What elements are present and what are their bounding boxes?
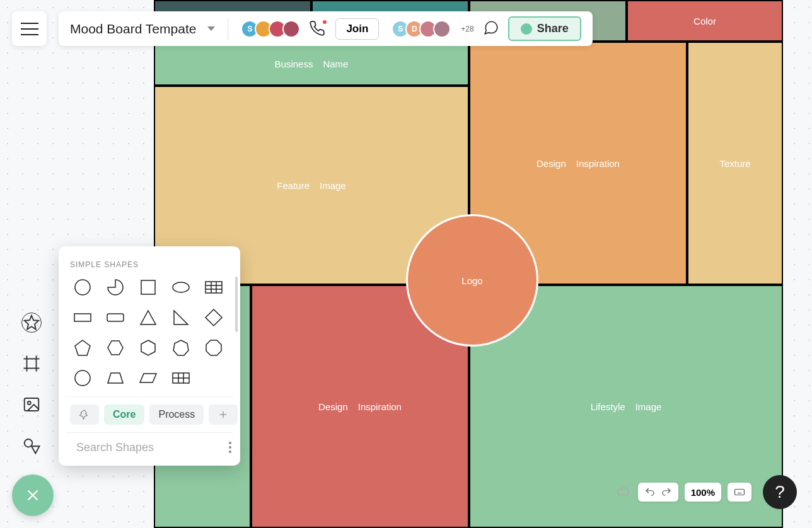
plus-icon bbox=[218, 409, 229, 420]
tile-label: Color bbox=[693, 16, 716, 26]
tile-label: Design bbox=[536, 158, 566, 169]
svg-marker-24 bbox=[75, 340, 90, 355]
top-toolbar: Mood Board Tempate S Join S D +28 Share bbox=[59, 11, 593, 46]
svg-rect-20 bbox=[107, 314, 124, 321]
add-tab-button[interactable] bbox=[209, 405, 238, 425]
svg-point-6 bbox=[28, 401, 31, 405]
comments-button[interactable] bbox=[483, 20, 499, 38]
shape-right-triangle[interactable] bbox=[168, 307, 194, 328]
shape-rectangle[interactable] bbox=[70, 307, 95, 328]
frame-icon bbox=[22, 354, 41, 373]
menu-button[interactable] bbox=[12, 11, 47, 46]
presence-avatars-right[interactable]: S D bbox=[392, 20, 451, 38]
redo-icon[interactable] bbox=[661, 486, 672, 498]
tile-color[interactable]: Color bbox=[627, 0, 783, 42]
star-icon bbox=[22, 313, 41, 332]
canvas[interactable]: Color Business Name Feature Image Design… bbox=[154, 0, 783, 528]
tile-label: Business bbox=[275, 59, 313, 69]
shape-pie[interactable] bbox=[103, 277, 128, 298]
shape-hexagon-v[interactable] bbox=[136, 337, 161, 359]
svg-marker-28 bbox=[206, 340, 221, 355]
hamburger-icon bbox=[21, 23, 38, 35]
shape-grid-3x2[interactable] bbox=[168, 367, 194, 389]
svg-marker-0 bbox=[25, 316, 39, 330]
tab-process[interactable]: Process bbox=[149, 405, 204, 425]
svg-rect-5 bbox=[25, 398, 39, 411]
title-dropdown-icon[interactable] bbox=[207, 26, 215, 31]
svg-point-29 bbox=[75, 370, 90, 386]
tile-label: Design bbox=[318, 401, 348, 412]
tile-label: Image bbox=[320, 180, 346, 191]
pin-icon bbox=[79, 409, 90, 420]
tile-business[interactable]: Business Name bbox=[154, 42, 469, 86]
image-icon bbox=[22, 395, 41, 414]
shape-octagon[interactable] bbox=[201, 337, 226, 359]
shape-table[interactable] bbox=[201, 277, 226, 298]
svg-marker-27 bbox=[173, 340, 188, 355]
avatar-overflow-count[interactable]: +28 bbox=[461, 25, 473, 33]
share-button[interactable]: Share bbox=[508, 16, 581, 41]
zoom-level[interactable]: 100% bbox=[685, 483, 721, 502]
tile-label: Lifestyle bbox=[591, 401, 625, 412]
shape-parallelogram[interactable] bbox=[136, 367, 161, 389]
shape-triangle[interactable] bbox=[136, 307, 161, 328]
document-title[interactable]: Mood Board Tempate bbox=[70, 21, 196, 37]
shape-circle[interactable] bbox=[70, 277, 95, 298]
shape-decagon[interactable] bbox=[70, 367, 95, 389]
avatar[interactable] bbox=[282, 20, 300, 38]
svg-marker-23 bbox=[206, 309, 222, 326]
rail-image-button[interactable] bbox=[21, 394, 42, 415]
shapes-panel: SIMPLE SHAPES Core Process bbox=[59, 246, 240, 466]
presence-avatars-left[interactable]: S bbox=[241, 20, 300, 38]
tile-label: Feature bbox=[277, 180, 310, 191]
pin-tab[interactable] bbox=[70, 405, 99, 425]
svg-marker-26 bbox=[141, 340, 155, 355]
speech-bubble-icon bbox=[483, 20, 499, 36]
shape-hexagon[interactable] bbox=[103, 337, 128, 359]
rail-frames-button[interactable] bbox=[21, 353, 42, 374]
shape-search-menu[interactable] bbox=[229, 442, 231, 453]
tile-label: Texture bbox=[719, 158, 750, 169]
shape-pentagon[interactable] bbox=[70, 337, 95, 359]
tab-core[interactable]: Core bbox=[104, 405, 144, 425]
tile-label: Inspiration bbox=[358, 401, 402, 412]
shapes-icon bbox=[22, 436, 41, 455]
undo-icon[interactable] bbox=[644, 486, 656, 498]
avatar[interactable] bbox=[433, 20, 451, 38]
logo-label: Logo bbox=[461, 275, 482, 286]
separator bbox=[228, 18, 228, 40]
bottom-toolbar: 100% ? bbox=[615, 475, 797, 509]
undo-redo-group bbox=[638, 483, 678, 502]
close-icon bbox=[25, 487, 41, 503]
search-shapes-input[interactable] bbox=[76, 441, 223, 454]
svg-rect-12 bbox=[141, 280, 155, 294]
join-button[interactable]: Join bbox=[335, 18, 379, 40]
shape-ellipse[interactable] bbox=[168, 277, 194, 298]
shape-rounded-rect[interactable] bbox=[103, 307, 128, 328]
close-panel-button[interactable] bbox=[12, 474, 54, 516]
tile-texture[interactable]: Texture bbox=[687, 42, 783, 285]
svg-marker-30 bbox=[108, 373, 123, 383]
notification-dot bbox=[322, 19, 328, 25]
shape-diamond[interactable] bbox=[201, 307, 226, 328]
sync-status[interactable] bbox=[615, 483, 632, 502]
shape-trapezoid[interactable] bbox=[103, 367, 128, 389]
globe-icon bbox=[521, 23, 532, 35]
keyboard-shortcuts-button[interactable] bbox=[728, 483, 751, 502]
rail-shapes-button[interactable] bbox=[21, 435, 42, 456]
svg-rect-40 bbox=[735, 490, 745, 495]
tile-label: Name bbox=[323, 59, 348, 69]
shape-search-row bbox=[66, 432, 233, 459]
tile-label: Inspiration bbox=[576, 158, 620, 169]
svg-marker-22 bbox=[174, 311, 188, 324]
rail-templates-button[interactable] bbox=[21, 312, 42, 333]
svg-rect-14 bbox=[206, 282, 222, 293]
logo-circle[interactable]: Logo bbox=[406, 214, 538, 347]
cloud-icon bbox=[615, 483, 632, 499]
keyboard-icon bbox=[734, 486, 745, 498]
call-button[interactable] bbox=[309, 20, 327, 38]
help-button[interactable]: ? bbox=[763, 475, 797, 509]
shape-category-tabs: Core Process bbox=[66, 396, 233, 432]
shape-heptagon[interactable] bbox=[168, 337, 194, 359]
shape-square[interactable] bbox=[136, 277, 161, 298]
